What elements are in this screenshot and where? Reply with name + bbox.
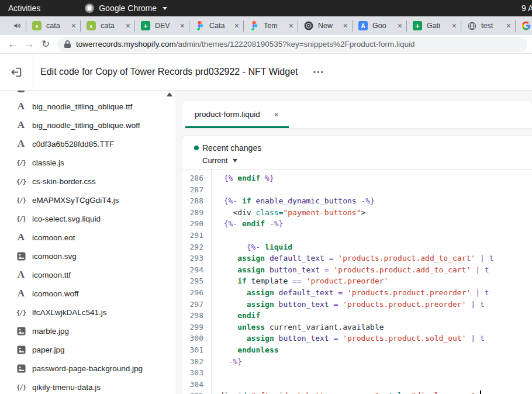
line-number: 302: [182, 356, 211, 368]
tab-close-icon[interactable]: ×: [343, 22, 348, 30]
tab-close-icon[interactable]: ×: [452, 22, 457, 30]
browser-tab-cata[interactable]: scata×: [81, 16, 134, 35]
shopify-favicon-icon: s: [87, 21, 96, 30]
code-line-304[interactable]: [215, 379, 532, 390]
file-item-classie.js[interactable]: {/}classie.js: [0, 153, 175, 172]
browser-tab-New[interactable]: New×: [298, 16, 352, 35]
file-item-ico-select.svg.liquid[interactable]: {/}ico-select.svg.liquid: [0, 209, 175, 228]
file-name: paper.jpg: [32, 345, 65, 354]
system-clock[interactable]: 9 Apr: [521, 0, 532, 16]
line-number: 301: [182, 344, 211, 356]
tab-close-icon[interactable]: ×: [506, 22, 511, 30]
browser-tab-DEV[interactable]: +DEV×: [135, 16, 189, 35]
font-file-icon: A: [15, 288, 27, 299]
line-number: 294: [182, 264, 211, 276]
page-title: Edit code for Copy of Tower Records prd0…: [40, 67, 298, 77]
more-actions-button[interactable]: •••: [312, 66, 326, 78]
code-line-289[interactable]: <div class="payment-buttons">: [215, 207, 532, 219]
chrome-logo-icon: [85, 4, 94, 13]
code-line-295[interactable]: if template == 'product.preorder': [215, 275, 532, 287]
browser-window: Activities Google Chrome 9 Apr scata×sca…: [0, 0, 532, 394]
code-line-298[interactable]: endif: [215, 310, 532, 322]
file-item-password-page-background.jpg[interactable]: password-page-background.jpg: [0, 359, 175, 378]
file-name: password-page-background.jpg: [32, 364, 143, 373]
file-item-icomoon.svg[interactable]: icomoon.svg: [0, 247, 175, 265]
recent-changes-header: Recent changes Current: [182, 136, 532, 170]
browser-tab-Goo[interactable]: AGoo×: [353, 16, 406, 35]
code-line-300[interactable]: assign button_text = 'products.product.s…: [215, 333, 532, 344]
browser-tab-Cata[interactable]: Cata×: [189, 16, 243, 35]
editor-tab-label: product-form.liquid: [195, 110, 260, 119]
tab-close-icon[interactable]: ×: [126, 22, 130, 30]
file-item-cs-skin-border.css[interactable]: {/}cs-skin-border.css: [0, 172, 175, 191]
tab-close-icon[interactable]: ×: [289, 22, 293, 30]
code-editor-panel: product-form.liquid × Recent changes Cur…: [175, 91, 532, 394]
tab-title: Tem: [264, 22, 286, 30]
line-number: 288: [182, 195, 211, 207]
code-line-301[interactable]: endunless: [215, 344, 532, 356]
browser-tab-Tem[interactable]: Tem×: [244, 16, 298, 35]
code-line-288[interactable]: {%- if enable_dynamic_buttons -%}: [215, 195, 532, 207]
browser-tab-google[interactable]: [516, 16, 532, 35]
system-top-bar: Activities Google Chrome 9 Apr: [0, 0, 532, 16]
file-item-icomoon.ttf[interactable]: Aicomoon.ttf: [0, 265, 175, 284]
reload-button[interactable]: ↻: [37, 36, 54, 53]
sheets-favicon-icon: +: [141, 21, 150, 30]
file-item-icomoon.eot[interactable]: Aicomoon.eot: [0, 228, 175, 247]
code-line-299[interactable]: unless current_variant.available: [215, 322, 532, 333]
file-item-icomoon.woff[interactable]: Aicomoon.woff: [0, 284, 175, 303]
tab-close-icon[interactable]: ×: [234, 22, 239, 30]
code-file-icon: {/}: [15, 383, 27, 390]
file-item-qikify-tmenu-data.js[interactable]: {/}qikify-tmenu-data.js: [0, 378, 175, 394]
code-line-303[interactable]: [215, 367, 532, 379]
file-item-lfcAXLwjkDALc541.js[interactable]: {/}lfcAXLwjkDALc541.js: [0, 303, 175, 322]
tab-close-icon[interactable]: ×: [71, 22, 76, 30]
file-item-big_noodle_titling_oblique.woff[interactable]: Abig_noodle_titling_oblique.woff: [0, 116, 175, 134]
url-path: /admin/themes/122208190535?key=snippets%…: [176, 40, 415, 49]
code-line-302[interactable]: -%}: [215, 356, 532, 368]
lock-icon[interactable]: [64, 40, 71, 48]
browser-tab-test[interactable]: test×: [461, 16, 515, 35]
tab-close-icon[interactable]: ×: [180, 22, 185, 30]
back-button[interactable]: ←: [5, 36, 21, 53]
file-list: Abig_noodle_titling_oblique.ttfAbig_nood…: [0, 91, 175, 394]
code-line-286[interactable]: {% endif %}: [215, 172, 532, 184]
file-item-eMAPMXSyTCgGdiT4.js[interactable]: {/}eMAPMXSyTCgGdiT4.js: [0, 191, 175, 209]
code-lines[interactable]: {% endif %} {%- if enable_dynamic_button…: [212, 170, 532, 394]
scroll-up-arrow-icon[interactable]: [167, 92, 172, 96]
address-bar[interactable]: towerrecords.myshopify.com/admin/themes/…: [57, 37, 527, 52]
file-item-big_noodle_titling_oblique.ttf[interactable]: Abig_noodle_titling_oblique.ttf: [0, 97, 175, 116]
image-file-icon: [15, 327, 27, 336]
unsaved-changes-dot-icon: [194, 146, 199, 150]
font-file-icon: A: [15, 138, 27, 150]
code-area: 2862872882892902912922932942952962972982…: [182, 170, 532, 394]
code-line-290[interactable]: {%- endif -%}: [215, 218, 532, 230]
code-line-292[interactable]: {%- liquid: [215, 241, 532, 253]
file-item-c0df3a6b528fdd85.TTF[interactable]: Ac0df3a6b528fdd85.TTF: [0, 134, 175, 153]
file-name: marble.jpg: [32, 327, 69, 336]
browser-tab-Gati[interactable]: +Gati×: [407, 16, 461, 35]
code-line-291[interactable]: [215, 230, 532, 241]
code-file-icon: {/}: [15, 196, 27, 203]
active-app-menu[interactable]: Google Chrome: [85, 4, 167, 13]
file-name: ico-select.svg.liquid: [32, 215, 101, 223]
code-line-296[interactable]: assign default_text = 'products.product.…: [215, 287, 532, 299]
editor-tab-product-form[interactable]: product-form.liquid ×: [182, 101, 289, 128]
browser-tab-cata[interactable]: scata×: [26, 16, 80, 35]
code-line-293[interactable]: assign default_text = 'products.product.…: [215, 253, 532, 264]
tab-title: New: [318, 22, 341, 30]
forward-button[interactable]: →: [21, 36, 37, 53]
code-line-287[interactable]: [215, 184, 532, 196]
code-line-305[interactable]: <div id="nft-widget-buttons-wrapper" sty…: [215, 390, 532, 394]
exit-code-editor-button[interactable]: [0, 54, 33, 90]
code-line-294[interactable]: assign button_text = 'products.product.a…: [215, 264, 532, 276]
sidebar-scrollbar[interactable]: [165, 92, 173, 96]
file-item-paper.jpg[interactable]: paper.jpg: [0, 340, 175, 359]
tab-title: test: [481, 22, 504, 30]
editor-tab-close-icon[interactable]: ×: [274, 110, 279, 119]
activities-button[interactable]: Activities: [0, 0, 49, 16]
file-item-marble.jpg[interactable]: marble.jpg: [0, 322, 175, 340]
version-selector[interactable]: Current: [194, 156, 520, 165]
tab-close-icon[interactable]: ×: [398, 22, 402, 30]
code-line-297[interactable]: assign button_text = 'products.product.p…: [215, 299, 532, 310]
